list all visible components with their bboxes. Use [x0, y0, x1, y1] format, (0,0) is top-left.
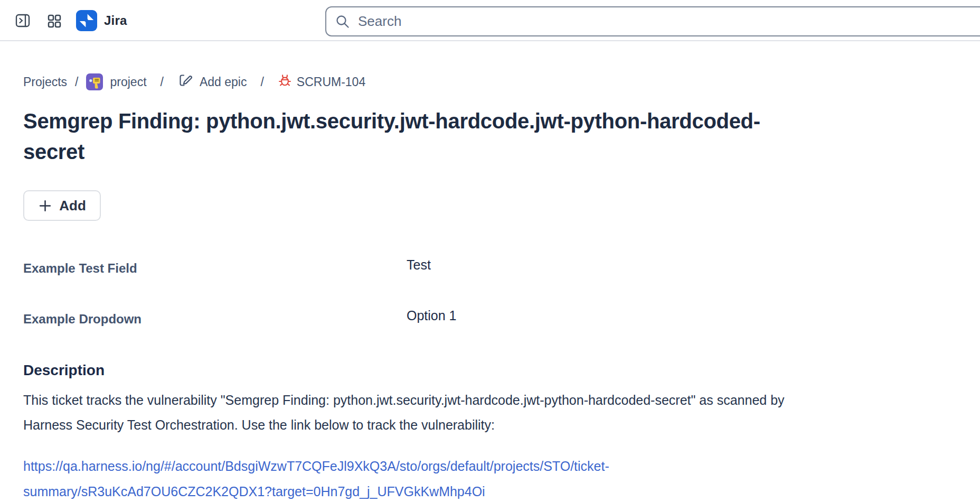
custom-fields: Example Test Field Test Example Dropdown…: [0, 260, 980, 328]
description-body: This ticket tracks the vulnerability "Se…: [23, 388, 815, 438]
issue-view: Projects / project /: [0, 73, 980, 502]
top-navigation-bar: Jira: [0, 0, 980, 41]
app-title: Jira: [104, 13, 127, 28]
search-input[interactable]: [357, 13, 980, 30]
app-switcher-icon: [48, 14, 61, 28]
breadcrumb-project[interactable]: project: [86, 73, 146, 90]
field-row-example-dropdown: Example Dropdown Option 1: [0, 311, 980, 328]
field-label: Example Dropdown: [23, 311, 407, 328]
breadcrumb-issue-key[interactable]: SCRUM-104: [278, 73, 365, 91]
breadcrumb-add-epic[interactable]: Add epic: [177, 72, 247, 91]
breadcrumb: Projects / project /: [23, 73, 980, 91]
search-bar: [325, 6, 980, 36]
jira-logo-icon[interactable]: [76, 10, 97, 31]
field-value[interactable]: Option 1: [407, 307, 980, 324]
vulnerability-link[interactable]: https://qa.harness.io/ng/#/account/Bdsgi…: [23, 453, 657, 502]
bug-icon: [278, 73, 292, 91]
breadcrumb-separator: /: [260, 75, 263, 89]
issue-title[interactable]: Semgrep Finding: python.jwt.security.jwt…: [23, 106, 794, 167]
search-icon: [335, 14, 350, 29]
breadcrumb-separator: /: [75, 75, 78, 89]
description-heading: Description: [23, 361, 980, 379]
breadcrumb-projects[interactable]: Projects: [23, 75, 67, 89]
sidebar-expand-icon: [15, 13, 31, 28]
field-label: Example Test Field: [23, 260, 407, 277]
edit-icon: [177, 72, 193, 91]
breadcrumb-separator: /: [161, 75, 164, 89]
sidebar-expand-button[interactable]: [15, 13, 31, 28]
add-button[interactable]: Add: [23, 190, 101, 221]
description-section: Description This ticket tracks the vulne…: [0, 361, 980, 502]
app-switcher-button[interactable]: [48, 14, 61, 28]
add-button-label: Add: [59, 198, 86, 214]
project-avatar-icon: [86, 73, 103, 90]
field-row-example-test-field: Example Test Field Test: [0, 260, 980, 277]
plus-icon: [38, 199, 52, 213]
field-value[interactable]: Test: [407, 256, 980, 273]
